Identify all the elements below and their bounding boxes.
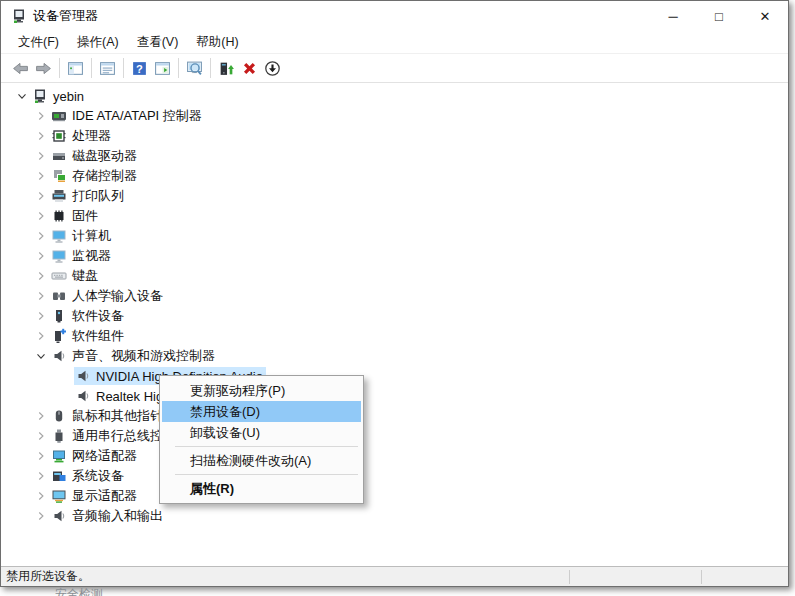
help-icon: ? [131,60,148,77]
chevron-right-icon[interactable] [32,488,50,504]
show-console-tree-button[interactable] [64,56,87,80]
speaker-icon [51,348,67,364]
context-menu-item-scan-hardware-changes[interactable]: 扫描检测硬件改动(A) [162,450,361,471]
tree-item-content[interactable]: 磁盘驱动器 [50,147,140,165]
tree-item-keyboards[interactable]: 键盘 [1,266,788,286]
context-menu-separator [175,474,358,475]
minimize-button[interactable]: ─ [650,1,696,31]
tree-item-mice-pointing-devices[interactable]: 鼠标和其他指针设备 [1,406,788,426]
software-component-icon [51,328,67,344]
back-button[interactable] [9,56,32,80]
chevron-right-icon[interactable] [32,168,50,184]
context-menu-item-update-driver[interactable]: 更新驱动程序(P) [162,380,361,401]
tree-item-content[interactable]: 键盘 [50,267,101,285]
chevron-right-icon[interactable] [32,288,50,304]
chevron-down-icon[interactable] [32,348,50,364]
scan-hardware-button[interactable] [183,56,206,80]
device-tree: yebinIDE ATA/ATAPI 控制器处理器磁盘驱动器存储控制器打印队列固… [1,83,788,566]
maximize-button[interactable]: □ [696,1,742,31]
computer-device-icon [32,88,48,104]
tree-item-content[interactable]: IDE ATA/ATAPI 控制器 [50,107,205,125]
update-driver-button[interactable] [215,56,238,80]
tree-item-network-adapters[interactable]: 网络适配器 [1,446,788,466]
chevron-right-icon[interactable] [32,328,50,344]
disable-device-icon [264,60,281,77]
forward-button[interactable] [32,56,55,80]
tree-item-firmware[interactable]: 固件 [1,206,788,226]
tree-item-content[interactable]: 软件组件 [50,327,127,345]
tree-item-processors[interactable]: 处理器 [1,126,788,146]
tree-item-content[interactable]: 系统设备 [50,467,127,485]
tree-item-content[interactable]: 音频输入和输出 [50,507,166,525]
tree-item-ide-ata-atapi[interactable]: IDE ATA/ATAPI 控制器 [1,106,788,126]
tree-item-content[interactable]: 监视器 [50,247,114,265]
context-menu-item-disable-device[interactable]: 禁用设备(D) [162,401,361,422]
menubar-item-view[interactable]: 查看(V) [128,32,188,52]
chevron-right-icon[interactable] [32,268,50,284]
window-controls: ─□✕ [650,1,788,31]
device-manager-app-icon [11,8,27,24]
chevron-right-icon[interactable] [32,308,50,324]
tree-item-sound-video-game-controllers[interactable]: 声音、视频和游戏控制器 [1,346,788,366]
tree-item-nvidia-hd-audio[interactable]: NVIDIA High Definition Audio [1,366,788,386]
tree-item-display-adapters[interactable]: 显示适配器 [1,486,788,506]
chevron-right-icon[interactable] [32,508,50,524]
close-button[interactable]: ✕ [742,1,788,31]
chevron-right-icon[interactable] [32,448,50,464]
statusbar-divider [701,570,702,584]
tree-item-content[interactable]: 声音、视频和游戏控制器 [50,347,218,365]
context-menu-item-properties[interactable]: 属性(R) [162,478,361,499]
tree-item-content[interactable]: 打印队列 [50,187,127,205]
tree-item-content[interactable]: 固件 [50,207,101,225]
tree-item-audio-inputs-outputs[interactable]: 音频输入和输出 [1,506,788,526]
chevron-right-icon[interactable] [32,248,50,264]
tree-item-label: 人体学输入设备 [72,287,163,305]
tree-item-storage-controllers[interactable]: 存储控制器 [1,166,788,186]
context-menu-item-uninstall-device[interactable]: 卸载设备(U) [162,422,361,443]
chevron-right-icon[interactable] [32,228,50,244]
usb-controller-icon [51,428,67,444]
tree-item-label: 软件组件 [72,327,124,345]
tree-item-computer[interactable]: 计算机 [1,226,788,246]
tree-item-print-queues[interactable]: 打印队列 [1,186,788,206]
tree-item-software-devices[interactable]: 软件设备 [1,306,788,326]
menubar-item-file[interactable]: 文件(F) [9,32,68,52]
chevron-down-icon[interactable] [13,88,31,104]
uninstall-device-button[interactable] [238,56,261,80]
tree-item-monitors[interactable]: 监视器 [1,246,788,266]
tree-item-content[interactable]: 处理器 [50,127,114,145]
chevron-right-icon[interactable] [32,128,50,144]
chevron-right-icon[interactable] [32,408,50,424]
tree-item-content[interactable]: 人体学输入设备 [50,287,166,305]
storage-controller-icon [51,168,67,184]
titlebar: 设备管理器 ─□✕ [1,1,788,31]
tree-item-hid-devices[interactable]: 人体学输入设备 [1,286,788,306]
chevron-right-icon[interactable] [32,148,50,164]
uninstall-device-icon [241,60,258,77]
tree-item-system-devices[interactable]: 系统设备 [1,466,788,486]
tree-item-content[interactable]: 网络适配器 [50,447,140,465]
tree-item-realtek-hd-audio[interactable]: Realtek High Definition Audio [1,386,788,406]
chevron-right-icon[interactable] [32,208,50,224]
disable-device-button[interactable] [261,56,284,80]
menubar-item-help[interactable]: 帮助(H) [187,32,247,52]
chevron-right-icon[interactable] [32,108,50,124]
chevron-right-icon[interactable] [32,468,50,484]
firmware-chip-icon [51,208,67,224]
tree-item-content[interactable]: 存储控制器 [50,167,140,185]
tree-item-content[interactable]: yebin [31,87,87,105]
properties-button[interactable] [96,56,119,80]
tree-item-content[interactable]: 显示适配器 [50,487,140,505]
statusbar-divider [569,570,570,584]
tree-item-disk-drives[interactable]: 磁盘驱动器 [1,146,788,166]
help-button[interactable]: ? [128,56,151,80]
tree-item-content[interactable]: 软件设备 [50,307,127,325]
tree-item-yebin-root[interactable]: yebin [1,86,788,106]
chevron-right-icon[interactable] [32,188,50,204]
menubar-item-action[interactable]: 操作(A) [68,32,128,52]
tree-item-content[interactable]: 计算机 [50,227,114,245]
action-pane-button[interactable] [151,56,174,80]
tree-item-software-components[interactable]: 软件组件 [1,326,788,346]
chevron-right-icon[interactable] [32,428,50,444]
tree-item-usb-controllers[interactable]: 通用串行总线控制器 [1,426,788,446]
